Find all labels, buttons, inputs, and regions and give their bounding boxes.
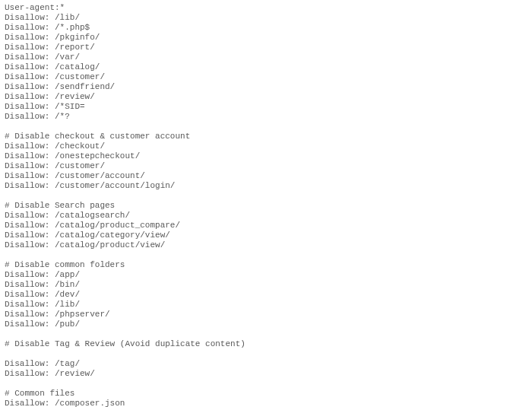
text-line: Disallow: /app/ bbox=[5, 270, 527, 280]
text-line: # Disable common folders bbox=[5, 260, 527, 270]
text-line: Disallow: /dev/ bbox=[5, 290, 527, 300]
text-line: Disallow: /*SID= bbox=[5, 102, 527, 112]
text-line: Disallow: /sendfriend/ bbox=[5, 82, 527, 92]
text-line: Disallow: /composer.json bbox=[5, 399, 527, 407]
text-line: Disallow: /customer/ bbox=[5, 161, 527, 171]
text-line: Disallow: /phpserver/ bbox=[5, 310, 527, 320]
text-line: Disallow: /catalogsearch/ bbox=[5, 211, 527, 221]
text-line: Disallow: /review/ bbox=[5, 92, 527, 102]
text-line: Disallow: /review/ bbox=[5, 369, 527, 379]
text-line: User-agent:* bbox=[5, 3, 527, 13]
text-line: Disallow: /*.php$ bbox=[5, 23, 527, 33]
text-line: Disallow: /catalog/ bbox=[5, 62, 527, 72]
text-line: Disallow: /customer/account/ bbox=[5, 171, 527, 181]
text-line: Disallow: /var/ bbox=[5, 52, 527, 62]
text-line bbox=[5, 191, 527, 201]
text-line: # Disable Tag & Review (Avoid duplicate … bbox=[5, 339, 527, 349]
text-line: Disallow: /bin/ bbox=[5, 280, 527, 290]
text-line: Disallow: /catalog/product_compare/ bbox=[5, 221, 527, 231]
text-line: Disallow: /lib/ bbox=[5, 13, 527, 23]
text-line bbox=[5, 122, 527, 132]
text-line: Disallow: /onestepcheckout/ bbox=[5, 151, 527, 161]
text-line: Disallow: /customer/account/login/ bbox=[5, 181, 527, 191]
text-line: Disallow: /catalog/product/view/ bbox=[5, 240, 527, 250]
text-line: # Disable checkout & customer account bbox=[5, 132, 527, 141]
text-line: Disallow: /pkginfo/ bbox=[5, 33, 527, 43]
text-line: Disallow: /lib/ bbox=[5, 300, 527, 310]
text-line bbox=[5, 349, 527, 359]
text-line: Disallow: /catalog/category/view/ bbox=[5, 231, 527, 240]
text-line: Disallow: /tag/ bbox=[5, 359, 527, 369]
text-line: Disallow: /pub/ bbox=[5, 320, 527, 329]
text-line: Disallow: /*? bbox=[5, 112, 527, 122]
text-line: Disallow: /checkout/ bbox=[5, 141, 527, 151]
text-line: Disallow: /customer/ bbox=[5, 72, 527, 82]
text-line: # Disable Search pages bbox=[5, 201, 527, 211]
text-line: Disallow: /report/ bbox=[5, 43, 527, 52]
text-line bbox=[5, 329, 527, 339]
text-line: # Common files bbox=[5, 389, 527, 399]
text-line bbox=[5, 250, 527, 260]
text-line bbox=[5, 379, 527, 389]
robots-txt-document: User-agent:*Disallow: /lib/Disallow: /*.… bbox=[0, 0, 532, 407]
